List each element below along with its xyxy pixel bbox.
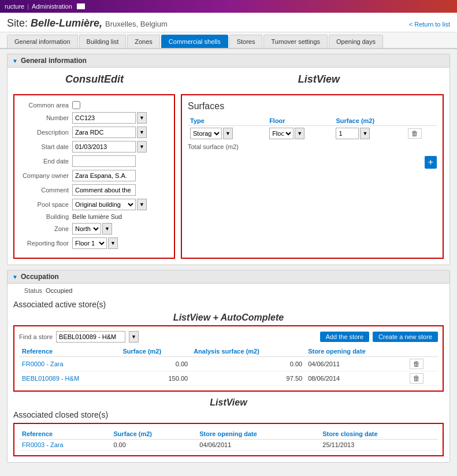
start-date-dropdown[interactable]: ▼ — [137, 141, 147, 153]
site-location: Bruxelles, Belgium — [105, 20, 168, 28]
closed-closing-1: 25/11/2013 — [319, 440, 438, 451]
tab-zones[interactable]: Zones — [127, 35, 160, 48]
zone-extra-btn[interactable]: ▼ — [102, 223, 112, 235]
company-owner-input[interactable] — [72, 170, 136, 181]
surface-row: Storag ▼ Floo — [188, 126, 437, 142]
pool-space-select[interactable]: Original building — [72, 199, 136, 210]
surfaces-table: Type Floor Surface (m2) — [188, 116, 437, 141]
tab-turnover-settings[interactable]: Turnover settings — [263, 35, 328, 48]
description-row: Description ▼ — [20, 127, 168, 138]
comment-label: Comment — [20, 187, 72, 194]
find-store-row: Find a store ▼ Add the store Create a ne… — [19, 331, 438, 343]
closed-stores-wrapper: ListView Associated closed store(s) Refe… — [13, 397, 444, 456]
zone-label: Zone — [20, 225, 72, 232]
tab-stores[interactable]: Stores — [229, 35, 263, 48]
closed-store-ref-link-1[interactable]: FR0003 - Zara — [22, 441, 64, 448]
pool-space-extra-dropdown[interactable]: ▼ — [137, 199, 147, 210]
consult-edit-label: ConsultEdit — [65, 73, 124, 85]
closed-opening-1: 04/06/2011 — [196, 440, 319, 451]
building-label: Building — [20, 213, 72, 220]
col-closed-ref: Reference — [19, 429, 110, 440]
store-analysis-1: 0.00 — [191, 357, 305, 371]
zone-select[interactable]: North — [72, 223, 101, 235]
col-opening-date: Store opening date — [305, 346, 406, 357]
number-input[interactable] — [72, 112, 136, 124]
occupation-title: Occupation — [21, 273, 59, 281]
start-date-row: Start date ▼ — [20, 141, 168, 153]
occupation-body: Status Occupied Associated active store(… — [8, 284, 449, 462]
chevron-icon-occupation: ▼ — [12, 274, 18, 280]
closed-stores-table: Reference Surface (m2) Store opening dat… — [19, 429, 438, 451]
return-to-list-link[interactable]: < Return to list — [409, 21, 450, 28]
delete-active-store-1[interactable]: 🗑 — [410, 359, 423, 369]
tab-building-list[interactable]: Building list — [79, 35, 127, 48]
number-label: Number — [20, 114, 72, 121]
surface-delete-cell: 🗑 — [406, 126, 437, 142]
end-date-input[interactable] — [72, 155, 136, 167]
description-input[interactable] — [72, 127, 136, 138]
store-ref-link-1[interactable]: FR0000 - Zara — [22, 360, 64, 367]
start-date-input[interactable] — [72, 141, 136, 153]
pool-space-label: Pool space — [20, 201, 72, 208]
status-label: Status — [13, 287, 42, 294]
end-date-label: End date — [20, 158, 72, 165]
reporting-floor-label: Reporting floor — [20, 240, 72, 247]
zone-row: Zone North ▼ — [20, 223, 168, 235]
comment-input[interactable] — [72, 184, 136, 196]
general-info-header[interactable]: ▼ General information — [8, 54, 449, 68]
footer-bar: Cancel Save — [0, 472, 457, 476]
find-store-input[interactable] — [56, 331, 125, 343]
surface-value-dropdown[interactable]: ▼ — [360, 128, 370, 139]
building-value: Belle lumière Sud — [72, 213, 122, 220]
general-info-body: ConsultEdit ListView Common area — [8, 68, 449, 265]
nav-item-administration: Administration — [32, 3, 72, 10]
surface-value-input[interactable] — [336, 128, 359, 139]
active-store-row-2: BEBL010089 - H&M 150.00 97.50 08/06/2014… — [19, 371, 438, 386]
col-analysis: Analysis surface (m2) — [191, 346, 305, 357]
company-owner-label: Company owner — [20, 172, 72, 179]
description-dropdown[interactable]: ▼ — [137, 127, 147, 138]
surface-type-select[interactable]: Storag — [190, 128, 222, 139]
active-store-row-1: FR0000 - Zara 0.00 0.00 04/06/2011 🗑 — [19, 357, 438, 371]
surface-floor-dropdown[interactable]: ▼ — [295, 128, 304, 139]
closed-store-row-1: FR0003 - Zara 0.00 04/06/2011 25/11/2013 — [19, 440, 438, 451]
closed-stores-panel: Reference Surface (m2) Store opening dat… — [13, 423, 444, 456]
form-and-listview-wrapper: Common area Number ▼ — [13, 87, 444, 259]
col-floor: Floor — [267, 116, 333, 126]
reporting-floor-extra-btn[interactable]: ▼ — [108, 237, 118, 249]
add-store-btn[interactable]: Add the store — [320, 332, 369, 342]
common-area-label: Common area — [20, 102, 72, 109]
general-info-section: ▼ General information ConsultEdit ListVi… — [7, 54, 450, 265]
occupation-section: ▼ Occupation Status Occupied Associated … — [7, 270, 450, 463]
surface-floor-select[interactable]: Floo — [269, 128, 293, 139]
tab-commercial-shells[interactable]: Commercial shells — [161, 35, 228, 48]
listview-autocomplete-wrapper: ListView + AutoComplete Find a store ▼ A… — [13, 313, 444, 392]
tab-general-information[interactable]: General information — [7, 35, 78, 48]
occupation-header[interactable]: ▼ Occupation — [8, 270, 449, 284]
total-surface-label: Total surface (m2) — [188, 143, 437, 150]
col-type: Type — [188, 116, 267, 126]
main-content: ▼ General information ConsultEdit ListVi… — [0, 49, 457, 472]
common-area-checkbox[interactable] — [72, 101, 80, 109]
create-new-store-btn[interactable]: Create a new store — [373, 332, 438, 342]
add-surface-btn[interactable]: + — [425, 156, 437, 169]
find-store-dropdown[interactable]: ▼ — [129, 331, 139, 343]
description-label: Description — [20, 129, 72, 136]
store-surface-2: 150.00 — [120, 371, 191, 386]
company-owner-row: Company owner — [20, 170, 168, 181]
common-area-row: Common area — [20, 101, 168, 109]
tab-opening-days[interactable]: Opening days — [329, 35, 383, 48]
surface-delete-btn[interactable]: 🗑 — [408, 128, 422, 139]
reporting-floor-row: Reporting floor Floor 1 ▼ — [20, 237, 168, 249]
delete-active-store-2[interactable]: 🗑 — [410, 373, 423, 384]
surface-type-dropdown[interactable]: ▼ — [223, 128, 233, 139]
surface-type-cell: Storag ▼ — [188, 126, 267, 142]
listview-label: ListView — [298, 73, 340, 85]
flag-icon — [77, 3, 85, 9]
closed-surface-1: 0.00 — [110, 440, 196, 451]
number-dropdown[interactable]: ▼ — [137, 112, 147, 124]
end-date-row: End date — [20, 155, 168, 167]
store-ref-link-2[interactable]: BEBL010089 - H&M — [22, 375, 79, 382]
reporting-floor-select[interactable]: Floor 1 — [72, 237, 107, 249]
col-surface: Surface (m2) — [333, 116, 406, 126]
